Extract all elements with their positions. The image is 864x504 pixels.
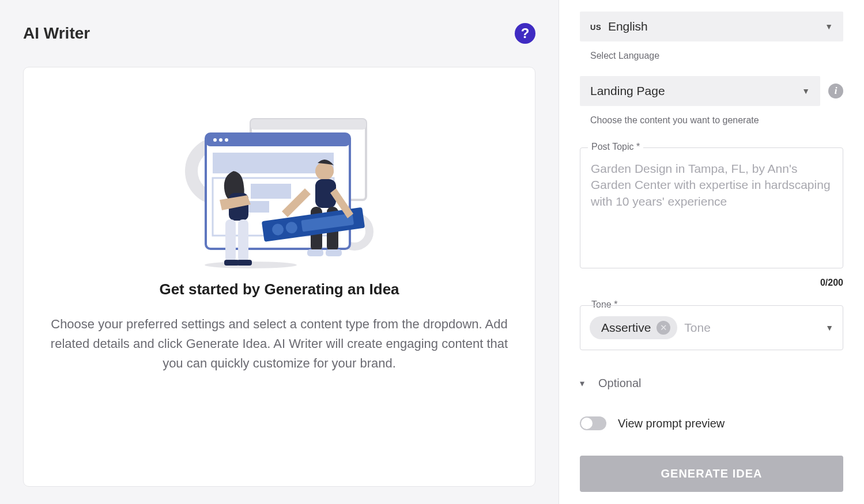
tone-chip-label: Assertive bbox=[601, 321, 651, 335]
info-icon[interactable]: i bbox=[828, 84, 843, 98]
settings-sidebar: US English ▼ Select Language Landing Pag… bbox=[559, 0, 864, 504]
optional-label: Optional bbox=[598, 377, 642, 390]
prompt-preview-label: View prompt preview bbox=[618, 417, 725, 430]
content-type-label: Choose the content you want to generate bbox=[590, 115, 843, 126]
svg-rect-24 bbox=[326, 249, 342, 256]
post-topic-group: Post Topic * bbox=[580, 147, 843, 271]
card-heading: Get started by Generating an Idea bbox=[159, 281, 399, 298]
tone-placeholder: Tone bbox=[684, 321, 818, 335]
tone-chip: Assertive ✕ bbox=[590, 316, 677, 339]
help-icon[interactable]: ? bbox=[515, 23, 535, 44]
chevron-down-icon: ▼ bbox=[825, 323, 833, 332]
svg-rect-18 bbox=[237, 260, 252, 266]
svg-point-6 bbox=[213, 138, 217, 142]
svg-rect-11 bbox=[251, 184, 291, 199]
tone-group: Tone * Assertive ✕ Tone ▼ bbox=[580, 305, 843, 350]
main-panel: AI Writer ? bbox=[0, 0, 559, 504]
post-topic-input[interactable] bbox=[580, 147, 843, 268]
svg-point-8 bbox=[225, 138, 228, 142]
svg-point-7 bbox=[219, 138, 222, 142]
svg-rect-16 bbox=[238, 219, 248, 262]
content-type-value: Landing Page bbox=[590, 84, 665, 98]
prompt-preview-toggle[interactable] bbox=[580, 416, 606, 430]
svg-rect-3 bbox=[251, 119, 366, 130]
card-description: Choose your preferred settings and selec… bbox=[47, 314, 512, 373]
language-value: English bbox=[608, 20, 648, 33]
illustration bbox=[176, 102, 383, 269]
page-title: AI Writer bbox=[23, 24, 90, 43]
chevron-down-icon: ▾ bbox=[580, 378, 584, 389]
intro-card: Get started by Generating an Idea Choose… bbox=[23, 67, 535, 487]
post-topic-legend: Post Topic * bbox=[588, 142, 643, 152]
chevron-down-icon: ▼ bbox=[825, 22, 833, 31]
svg-rect-15 bbox=[225, 219, 236, 262]
toggle-knob bbox=[581, 418, 593, 429]
generate-idea-button[interactable]: GENERATE IDEA bbox=[580, 456, 843, 492]
svg-rect-23 bbox=[307, 249, 323, 256]
optional-toggle[interactable]: ▾ Optional bbox=[580, 377, 843, 390]
language-label: Select Language bbox=[590, 51, 843, 61]
language-select[interactable]: US English ▼ bbox=[580, 12, 843, 41]
language-prefix: US bbox=[590, 23, 601, 32]
svg-point-19 bbox=[315, 162, 334, 180]
content-type-select[interactable]: Landing Page ▼ bbox=[580, 76, 820, 106]
char-counter: 0/200 bbox=[580, 278, 843, 288]
remove-chip-icon[interactable]: ✕ bbox=[657, 321, 670, 335]
chevron-down-icon: ▼ bbox=[802, 86, 810, 96]
tone-select[interactable]: Assertive ✕ Tone ▼ bbox=[580, 305, 843, 350]
